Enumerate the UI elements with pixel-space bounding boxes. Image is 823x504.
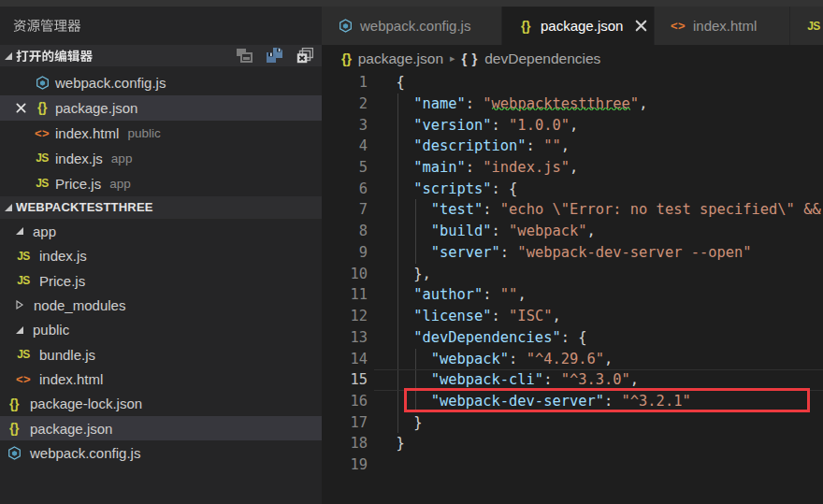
tab-label: webpack.config.js — [360, 18, 470, 34]
tab-cut-off[interactable]: JS — [790, 7, 823, 45]
code-token — [397, 117, 414, 134]
open-editors-header-glyphs — [16, 50, 93, 63]
tree-file-row[interactable]: JSbundle.js — [0, 342, 322, 367]
close-editor-icon[interactable] — [15, 102, 27, 114]
code-token: : — [543, 371, 561, 388]
open-editor-item[interactable]: JSPrice.jsapp — [0, 171, 322, 196]
line-text: "devDependencies": { — [397, 327, 587, 349]
tab-bar: webpack.config.js{}package.json<>index.h… — [322, 7, 823, 45]
code-token: "scripts" — [413, 180, 491, 197]
code-line-10: 10 }, — [322, 264, 823, 285]
js-file-icon: JS — [16, 348, 31, 361]
code-token: , — [639, 95, 647, 112]
code-token — [397, 223, 431, 239]
code-area[interactable]: 1{2 "name": "webpacktestthree",3 "versio… — [322, 72, 823, 504]
code-token — [397, 308, 414, 324]
tab-webpack.config.js[interactable]: webpack.config.js — [322, 7, 502, 45]
twisty-expanded-icon — [15, 226, 24, 237]
code-token — [397, 201, 431, 218]
line-number: 12 — [322, 306, 368, 327]
open-editor-item[interactable]: <>index.htmlpublic — [0, 121, 322, 146]
open-editor-item[interactable]: webpack.config.js — [0, 70, 322, 95]
code-token: "^3.3.0" — [561, 371, 630, 388]
code-line-17: 17 } — [322, 412, 823, 434]
code-token: } — [397, 435, 405, 452]
breadcrumb-item-file[interactable]: package.json — [358, 50, 443, 67]
code-token: "version" — [413, 117, 491, 134]
toggle-editor-layout-icon[interactable] — [236, 48, 253, 64]
dirty-close-slot — [14, 70, 27, 95]
line-text: }, — [397, 264, 431, 285]
code-token: "server" — [431, 244, 500, 261]
line-text: "server": "webpack-dev-server --open" — [397, 242, 752, 264]
close-all-editors-icon[interactable] — [296, 48, 313, 64]
titlebar-strip — [0, 0, 823, 7]
webpack-file-icon — [7, 446, 22, 460]
code-token: "webpack" — [509, 223, 586, 239]
workspace-section-header[interactable]: WEBPACKTESTTHREE — [0, 196, 322, 220]
code-token: : — [492, 117, 510, 134]
line-text: "name": "webpacktestthree", — [397, 94, 648, 115]
open-editor-item[interactable]: JSindex.jsapp — [0, 146, 322, 171]
code-token: " — [483, 95, 491, 112]
line-number: 5 — [322, 157, 368, 179]
open-editors-section-header[interactable] — [0, 45, 322, 66]
webpack-file-icon — [35, 76, 50, 90]
open-editor-item[interactable]: {}package.json — [0, 95, 322, 121]
line-number: 17 — [322, 412, 368, 434]
folder-badge: app — [109, 177, 131, 191]
code-line-4: 4 "description": "", — [322, 136, 823, 157]
code-line-3: 3 "version": "1.0.0", — [322, 115, 823, 137]
open-editors-actions — [236, 45, 313, 66]
tab-index.html[interactable]: <>index.html — [655, 7, 790, 45]
tree-file-row[interactable]: webpack.config.js — [0, 440, 322, 465]
line-number: 19 — [322, 454, 368, 476]
file-name: webpack.config.js — [55, 75, 166, 91]
twisty-expanded-icon — [15, 324, 24, 335]
code-token: , — [517, 286, 526, 303]
code-line-9: 9 "server": "webpack-dev-server --open" — [322, 242, 823, 264]
code-line-5: 5 "main": "index.js", — [322, 157, 823, 179]
tree-file-row[interactable]: <>index.html — [0, 367, 322, 391]
tree-folder-row[interactable]: app — [0, 219, 322, 243]
file-name: index.js — [55, 151, 103, 166]
tab-label: package.json — [541, 18, 623, 34]
code-token — [397, 286, 414, 303]
file-name: index.html — [55, 125, 119, 141]
line-number: 16 — [322, 391, 368, 412]
tree-file-row[interactable]: JSPrice.js — [0, 268, 322, 293]
code-token: , — [561, 137, 570, 154]
tree-folder-row[interactable]: node_modules — [0, 293, 322, 317]
tree-file-row[interactable]: {}package-lock.json — [0, 392, 322, 416]
save-all-icon[interactable] — [266, 48, 283, 64]
code-line-1: 1{ — [322, 72, 823, 94]
tab-close-icon[interactable] — [633, 19, 648, 34]
code-token: : { — [561, 329, 587, 346]
code-line-13: 13 "devDependencies": { — [322, 327, 823, 349]
file-name: package-lock.json — [30, 396, 142, 411]
line-number: 13 — [322, 327, 368, 349]
code-token: "^4.29.6" — [527, 351, 604, 367]
file-name: Price.js — [39, 273, 85, 289]
code-token: : — [483, 286, 500, 303]
code-token — [397, 351, 431, 367]
tree-folder-row[interactable]: public — [0, 318, 322, 342]
line-text: "test": "echo \"Error: no test specified… — [397, 199, 823, 221]
folder-badge: app — [111, 151, 133, 166]
code-token: "test" — [431, 201, 484, 218]
code-token: , — [570, 159, 578, 176]
dirty-close-slot — [14, 171, 27, 196]
tree-file-row[interactable]: JSindex.js — [0, 244, 322, 268]
file-name: index.js — [39, 248, 87, 264]
workspace-name: WEBPACKTESTTHREE — [16, 200, 153, 214]
code-token: "" — [500, 286, 518, 303]
tree-file-row[interactable]: {}package.json — [0, 416, 322, 440]
code-token: , — [552, 308, 560, 324]
breadcrumb-item-symbol[interactable]: devDependencies — [484, 50, 600, 67]
code-line-18: 18} — [322, 433, 823, 454]
code-token: : — [492, 308, 510, 324]
dirty-close-slot — [14, 95, 27, 121]
dirty-close-slot — [14, 146, 27, 171]
line-number: 11 — [322, 284, 368, 306]
tab-package.json[interactable]: {}package.json — [502, 7, 655, 45]
